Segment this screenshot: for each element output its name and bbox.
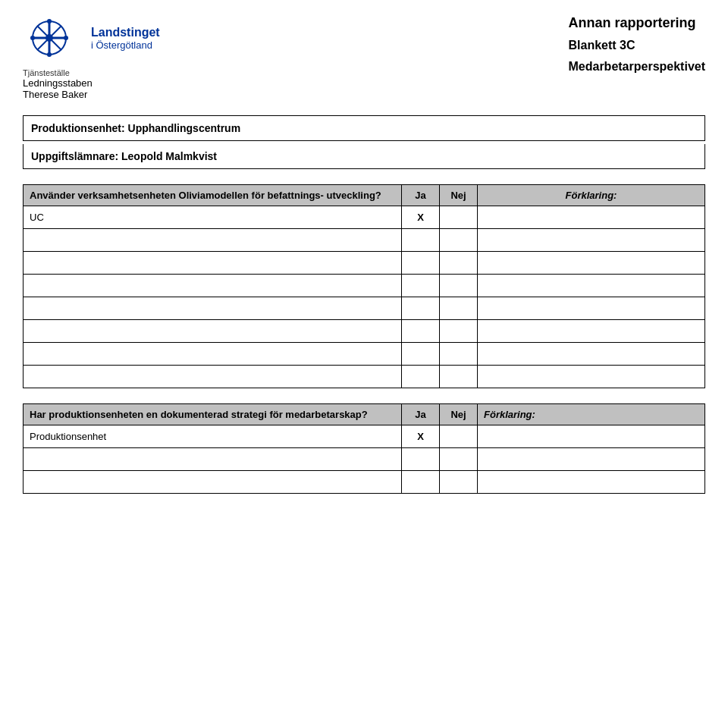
table-row	[24, 275, 705, 297]
table-row	[24, 297, 705, 320]
row-forklaring	[478, 471, 705, 494]
row-forklaring	[478, 366, 705, 388]
table-row	[24, 343, 705, 366]
row-forklaring	[478, 448, 705, 471]
svg-point-7	[47, 52, 52, 57]
row-name	[24, 275, 402, 297]
logo-icon	[23, 15, 83, 61]
medarbetarperspektivet: Medarbetarperspektivet	[568, 60, 705, 74]
row-forklaring	[478, 320, 705, 343]
row-forklaring	[478, 206, 705, 229]
svg-point-5	[46, 34, 53, 42]
row-forklaring	[478, 425, 705, 448]
brand-sub: i Östergötland	[91, 39, 160, 51]
table-row	[24, 252, 705, 275]
section2-ja-header: Ja	[402, 404, 440, 425]
row-ja	[402, 229, 440, 252]
tjanststalle-label: Tjänsteställe	[23, 68, 160, 77]
form-section: Produktionsenhet: Upphandlingscentrum Up…	[23, 115, 705, 494]
row-name	[24, 252, 402, 275]
person-name: Therese Baker	[23, 89, 160, 100]
header-right: Annan rapportering Blankett 3C Medarbeta…	[568, 15, 705, 74]
row-name	[24, 229, 402, 252]
row-name	[24, 366, 402, 388]
row-nej	[440, 471, 478, 494]
page-header: Landstinget i Östergötland Tjänsteställe…	[23, 15, 705, 100]
row-nej	[440, 366, 478, 388]
row-nej	[440, 320, 478, 343]
row-name	[24, 297, 402, 320]
row-name	[24, 343, 402, 366]
row-name: UC	[24, 206, 402, 229]
brand-name: Landstinget	[91, 26, 160, 39]
row-forklaring	[478, 229, 705, 252]
row-nej	[440, 275, 478, 297]
row-ja	[402, 297, 440, 320]
row-name	[24, 448, 402, 471]
row-nej	[440, 425, 478, 448]
org-name: Ledningsstaben	[23, 77, 160, 89]
section2-forklaring-header: Förklaring:	[478, 404, 705, 425]
row-nej	[440, 252, 478, 275]
blankett-label: Blankett 3C	[568, 39, 705, 52]
logo-area: Landstinget i Östergötland	[23, 15, 160, 61]
section1-header-row: Använder verksamhetsenheten Oliviamodell…	[24, 185, 705, 206]
section2-question: Har produktionsenheten en dokumenterad s…	[24, 404, 402, 425]
section1-forklaring-header: Förklaring:	[478, 185, 705, 206]
row-name	[24, 320, 402, 343]
uppgiftslamnare-box: Uppgiftslämnare: Leopold Malmkvist	[23, 144, 705, 169]
svg-point-9	[64, 36, 68, 40]
svg-point-6	[47, 19, 52, 24]
row-name	[24, 471, 402, 494]
row-ja: X	[402, 206, 440, 229]
section1-table: Använder verksamhetsenheten Oliviamodell…	[23, 184, 705, 388]
row-forklaring	[478, 343, 705, 366]
row-nej	[440, 229, 478, 252]
row-ja	[402, 252, 440, 275]
row-ja	[402, 275, 440, 297]
table-row	[24, 366, 705, 388]
section1-question: Använder verksamhetsenheten Oliviamodell…	[24, 185, 402, 206]
table-row: Produktionsenhet X	[24, 425, 705, 448]
row-ja	[402, 471, 440, 494]
row-name: Produktionsenhet	[24, 425, 402, 448]
section1-nej-header: Nej	[440, 185, 478, 206]
row-ja: X	[402, 425, 440, 448]
row-ja	[402, 448, 440, 471]
section2-table: Har produktionsenheten en dokumenterad s…	[23, 403, 705, 494]
row-forklaring	[478, 275, 705, 297]
row-ja	[402, 343, 440, 366]
section2-nej-header: Nej	[440, 404, 478, 425]
row-forklaring	[478, 297, 705, 320]
section2-header-row: Har produktionsenheten en dokumenterad s…	[24, 404, 705, 425]
annan-rapportering: Annan rapportering	[568, 15, 705, 31]
table-row	[24, 320, 705, 343]
row-ja	[402, 366, 440, 388]
table-row: UC X	[24, 206, 705, 229]
table-row	[24, 448, 705, 471]
row-nej	[440, 297, 478, 320]
row-forklaring	[478, 252, 705, 275]
section1-ja-header: Ja	[402, 185, 440, 206]
table-row	[24, 471, 705, 494]
brand-text: Landstinget i Östergötland	[91, 26, 160, 51]
produktionsenhet-box: Produktionsenhet: Upphandlingscentrum	[23, 115, 705, 141]
svg-point-8	[30, 36, 35, 40]
row-ja	[402, 320, 440, 343]
row-nej	[440, 343, 478, 366]
left-info: Tjänsteställe Ledningsstaben Therese Bak…	[23, 68, 160, 100]
row-nej	[440, 448, 478, 471]
table-row	[24, 229, 705, 252]
row-nej	[440, 206, 478, 229]
